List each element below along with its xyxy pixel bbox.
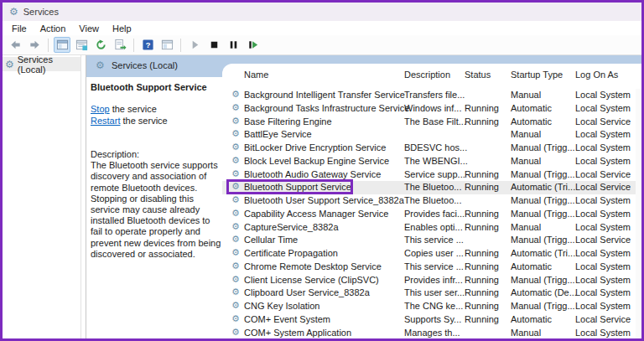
service-list: Name Description Status Startup Type Log… bbox=[222, 64, 641, 338]
column-header-description[interactable]: Description bbox=[404, 70, 450, 83]
gear-icon: ⚙ bbox=[231, 261, 240, 271]
service-name: Background Intelligent Transfer Service bbox=[244, 90, 405, 100]
stop-service-link[interactable]: Stop bbox=[91, 104, 110, 114]
services-gear-icon: ⚙ bbox=[96, 60, 105, 70]
service-log-on-as: Local System bbox=[575, 142, 631, 152]
service-log-on-as: Local System bbox=[575, 209, 631, 219]
table-row[interactable]: ⚙Certificate PropagationCopies user ...R… bbox=[222, 247, 641, 261]
service-name: Base Filtering Engine bbox=[244, 116, 332, 127]
menu-help[interactable]: Help bbox=[106, 23, 138, 34]
service-description-cell: This service ... bbox=[404, 235, 464, 245]
menu-file[interactable]: File bbox=[5, 23, 34, 34]
show-extended-view-icon[interactable] bbox=[158, 37, 175, 53]
table-row[interactable]: ⚙Base Filtering EngineThe Base Filt...Ru… bbox=[222, 116, 641, 129]
services-gear-icon: ⚙ bbox=[9, 7, 18, 17]
service-name: Bluetooth Audio Gateway Service bbox=[244, 169, 381, 179]
service-description-cell: The Bluetoo... bbox=[404, 195, 462, 205]
gear-icon: ⚙ bbox=[231, 129, 240, 138]
table-row[interactable]: ⚙Bluetooth User Support Service_8382aThe… bbox=[222, 194, 641, 208]
toolbar-separator bbox=[133, 39, 134, 52]
service-name: Certificate Propagation bbox=[244, 248, 338, 258]
table-row[interactable]: ⚙Chrome Remote Desktop ServiceThis servi… bbox=[222, 261, 641, 274]
properties-icon[interactable] bbox=[73, 37, 90, 53]
service-description-cell: The Bluetoo... bbox=[404, 182, 462, 192]
service-log-on-as: Local System bbox=[575, 275, 631, 285]
description-text: The Bluetooth service supports discovery… bbox=[91, 160, 223, 260]
service-startup-type: Automatic bbox=[511, 103, 552, 113]
gear-icon: ⚙ bbox=[231, 209, 240, 218]
menu-action[interactable]: Action bbox=[34, 23, 73, 34]
service-name: COM+ Event System bbox=[244, 314, 330, 324]
column-header-log-on-as[interactable]: Log On As bbox=[575, 70, 618, 83]
start-service-icon[interactable] bbox=[186, 37, 203, 53]
table-row[interactable]: ⚙Client License Service (ClipSVC)Provide… bbox=[222, 274, 641, 287]
stop-service-suffix: the service bbox=[110, 104, 157, 114]
table-row[interactable]: ⚙COM+ System ApplicationManages th...Man… bbox=[222, 327, 641, 339]
service-description-cell: BDESVC hos... bbox=[404, 142, 467, 152]
sidebar-item-services-local[interactable]: ⚙ Services (Local) bbox=[3, 57, 80, 71]
column-header-startup-type[interactable]: Startup Type bbox=[511, 70, 563, 83]
service-startup-type: Manual bbox=[511, 90, 541, 100]
services-pane: ⚙ Services (Local) Bluetooth Support Ser… bbox=[86, 55, 641, 338]
service-description-cell: Transfers file... bbox=[404, 90, 465, 100]
service-status: Running bbox=[465, 116, 499, 127]
forward-icon[interactable] bbox=[26, 37, 43, 53]
help-icon[interactable]: ? bbox=[139, 37, 156, 53]
service-status: Running bbox=[465, 103, 499, 113]
show-console-tree-icon[interactable] bbox=[54, 37, 70, 53]
service-log-on-as: Local System bbox=[575, 222, 631, 232]
table-row[interactable]: ⚙Capability Access Manager ServiceProvid… bbox=[222, 208, 641, 221]
service-description-cell: Windows inf... bbox=[404, 103, 461, 113]
service-description-cell: Copies user ... bbox=[404, 248, 464, 258]
table-row[interactable]: ⚙Block Level Backup Engine ServiceThe WB… bbox=[222, 155, 641, 168]
service-status: Running bbox=[465, 261, 499, 271]
table-row[interactable]: ⚙BitLocker Drive Encryption ServiceBDESV… bbox=[222, 142, 641, 155]
sidebar-item-label: Services (Local) bbox=[18, 54, 80, 75]
service-description-cell: This service ... bbox=[404, 261, 464, 271]
restart-service-link[interactable]: Restart bbox=[91, 116, 120, 126]
service-log-on-as: Local System bbox=[575, 301, 631, 311]
toolbar: ? bbox=[3, 35, 641, 55]
restart-service-icon[interactable] bbox=[244, 37, 261, 53]
service-log-on-as: Local Service bbox=[575, 182, 631, 192]
column-header-status[interactable]: Status bbox=[465, 70, 491, 83]
table-row[interactable]: ⚙Background Tasks Infrastructure Service… bbox=[222, 102, 641, 116]
menu-view[interactable]: View bbox=[72, 23, 106, 34]
service-name: Background Tasks Infrastructure Service bbox=[244, 103, 409, 113]
pane-header-label: Services (Local) bbox=[112, 60, 178, 70]
refresh-icon[interactable] bbox=[92, 37, 109, 53]
service-name: Block Level Backup Engine Service bbox=[244, 156, 389, 166]
pause-service-icon[interactable] bbox=[225, 37, 242, 53]
table-row[interactable]: ⚙CNG Key IsolationThe CNG ke...RunningMa… bbox=[222, 300, 641, 313]
service-description-cell: The CNG ke... bbox=[404, 301, 463, 311]
table-row[interactable]: ⚙Background Intelligent Transfer Service… bbox=[222, 89, 641, 102]
service-name: CaptureService_8382a bbox=[244, 222, 339, 232]
export-list-icon[interactable] bbox=[112, 37, 128, 53]
gear-icon: ⚙ bbox=[231, 222, 240, 231]
vertical-scrollbar[interactable] bbox=[636, 89, 641, 338]
table-row[interactable]: ⚙COM+ Event SystemSupports Sy...RunningA… bbox=[222, 313, 641, 327]
service-name: Bluetooth User Support Service_8382a bbox=[244, 195, 404, 205]
service-startup-type: Manual (Trigg... bbox=[511, 195, 575, 205]
table-row[interactable]: ⚙Bluetooth Support ServiceThe Bluetoo...… bbox=[222, 181, 641, 194]
table-row[interactable]: ⚙BattlEye ServiceManualLocal System bbox=[222, 128, 641, 142]
service-startup-type: Automatic bbox=[511, 116, 552, 127]
table-row[interactable]: ⚙Clipboard User Service_8382aThis user s… bbox=[222, 287, 641, 300]
table-row[interactable]: ⚙Bluetooth Audio Gateway ServiceService … bbox=[222, 168, 641, 182]
service-description-cell: Provides infr... bbox=[404, 275, 463, 285]
column-header-name[interactable]: Name bbox=[244, 70, 268, 83]
service-startup-type: Manual bbox=[511, 156, 541, 166]
service-startup-type: Automatic (Tri... bbox=[511, 182, 575, 192]
table-row[interactable]: ⚙Cellular TimeThis service ...Manual (Tr… bbox=[222, 234, 641, 247]
menu-bar: File Action View Help bbox=[3, 21, 641, 35]
stop-service-icon[interactable] bbox=[205, 37, 222, 53]
service-action-links: Stop the service Restart the service bbox=[91, 104, 168, 127]
service-log-on-as: Local System bbox=[575, 328, 631, 338]
gear-icon: ⚙ bbox=[231, 314, 240, 323]
service-log-on-as: Local System bbox=[575, 287, 631, 297]
back-icon[interactable] bbox=[7, 37, 23, 53]
table-row[interactable]: ⚙CaptureService_8382aEnables opti...Runn… bbox=[222, 221, 641, 235]
gear-icon: ⚙ bbox=[231, 195, 240, 204]
service-name: Cellular Time bbox=[244, 235, 298, 245]
service-log-on-as: Local System bbox=[575, 195, 631, 205]
